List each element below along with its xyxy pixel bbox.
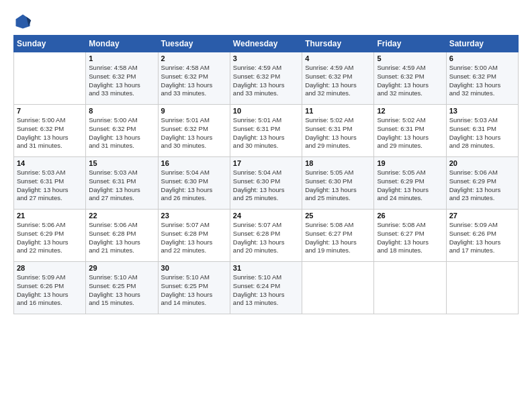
day-number: 23 bbox=[161, 212, 227, 220]
calendar-cell: 28Sunrise: 5:09 AM Sunset: 6:26 PM Dayli… bbox=[14, 262, 86, 314]
day-number: 28 bbox=[17, 264, 83, 272]
calendar-cell: 29Sunrise: 5:10 AM Sunset: 6:25 PM Dayli… bbox=[86, 262, 158, 314]
day-info: Sunrise: 5:02 AM Sunset: 6:31 PM Dayligh… bbox=[377, 116, 443, 150]
day-number: 4 bbox=[305, 54, 371, 62]
day-number: 9 bbox=[161, 107, 227, 115]
calendar-cell bbox=[374, 262, 446, 314]
calendar-cell: 21Sunrise: 5:06 AM Sunset: 6:29 PM Dayli… bbox=[14, 210, 86, 262]
calendar-cell: 16Sunrise: 5:04 AM Sunset: 6:30 PM Dayli… bbox=[158, 157, 230, 210]
day-info: Sunrise: 5:08 AM Sunset: 6:27 PM Dayligh… bbox=[377, 221, 443, 255]
calendar-cell: 7Sunrise: 5:00 AM Sunset: 6:32 PM Daylig… bbox=[14, 105, 86, 157]
day-info: Sunrise: 5:04 AM Sunset: 6:30 PM Dayligh… bbox=[161, 169, 227, 203]
day-number: 21 bbox=[17, 212, 83, 220]
day-number: 31 bbox=[233, 264, 299, 272]
page: SundayMondayTuesdayWednesdayThursdayFrid… bbox=[0, 0, 532, 411]
calendar-week-row: 7Sunrise: 5:00 AM Sunset: 6:32 PM Daylig… bbox=[14, 105, 519, 157]
header bbox=[13, 12, 519, 31]
day-info: Sunrise: 4:59 AM Sunset: 6:32 PM Dayligh… bbox=[305, 64, 371, 98]
calendar-cell: 19Sunrise: 5:05 AM Sunset: 6:29 PM Dayli… bbox=[374, 157, 446, 210]
calendar-cell: 2Sunrise: 4:58 AM Sunset: 6:32 PM Daylig… bbox=[158, 52, 230, 105]
calendar-day-header: Sunday bbox=[14, 36, 86, 52]
calendar-cell: 15Sunrise: 5:03 AM Sunset: 6:31 PM Dayli… bbox=[86, 157, 158, 210]
calendar-cell: 10Sunrise: 5:01 AM Sunset: 6:31 PM Dayli… bbox=[230, 105, 302, 157]
calendar-day-header: Friday bbox=[374, 36, 446, 52]
calendar-cell: 18Sunrise: 5:05 AM Sunset: 6:30 PM Dayli… bbox=[302, 157, 374, 210]
day-number: 25 bbox=[305, 212, 371, 220]
day-info: Sunrise: 5:08 AM Sunset: 6:27 PM Dayligh… bbox=[305, 221, 371, 255]
day-number: 24 bbox=[233, 212, 299, 220]
calendar-week-row: 28Sunrise: 5:09 AM Sunset: 6:26 PM Dayli… bbox=[14, 262, 519, 314]
calendar-cell: 11Sunrise: 5:02 AM Sunset: 6:31 PM Dayli… bbox=[302, 105, 374, 157]
day-info: Sunrise: 5:09 AM Sunset: 6:26 PM Dayligh… bbox=[17, 273, 83, 308]
calendar-week-row: 14Sunrise: 5:03 AM Sunset: 6:31 PM Dayli… bbox=[14, 157, 519, 210]
calendar-day-header: Thursday bbox=[302, 36, 374, 52]
calendar-cell: 14Sunrise: 5:03 AM Sunset: 6:31 PM Dayli… bbox=[14, 157, 86, 210]
day-info: Sunrise: 5:00 AM Sunset: 6:32 PM Dayligh… bbox=[89, 116, 154, 150]
calendar-day-header: Tuesday bbox=[158, 36, 230, 52]
day-info: Sunrise: 5:03 AM Sunset: 6:31 PM Dayligh… bbox=[89, 169, 154, 203]
logo-icon bbox=[13, 12, 32, 31]
day-number: 26 bbox=[377, 212, 443, 220]
calendar-cell bbox=[446, 262, 518, 314]
calendar-day-header: Monday bbox=[86, 36, 158, 52]
day-number: 10 bbox=[233, 107, 299, 115]
day-info: Sunrise: 4:58 AM Sunset: 6:32 PM Dayligh… bbox=[161, 64, 227, 98]
day-info: Sunrise: 5:10 AM Sunset: 6:25 PM Dayligh… bbox=[161, 273, 227, 308]
day-number: 3 bbox=[233, 54, 299, 62]
day-info: Sunrise: 5:06 AM Sunset: 6:28 PM Dayligh… bbox=[89, 221, 154, 255]
calendar-cell: 9Sunrise: 5:01 AM Sunset: 6:32 PM Daylig… bbox=[158, 105, 230, 157]
day-info: Sunrise: 5:00 AM Sunset: 6:32 PM Dayligh… bbox=[17, 116, 83, 150]
day-info: Sunrise: 5:09 AM Sunset: 6:26 PM Dayligh… bbox=[449, 221, 515, 255]
day-number: 27 bbox=[449, 212, 515, 220]
day-number: 20 bbox=[449, 159, 515, 167]
calendar-cell: 20Sunrise: 5:06 AM Sunset: 6:29 PM Dayli… bbox=[446, 157, 518, 210]
calendar-cell: 24Sunrise: 5:07 AM Sunset: 6:28 PM Dayli… bbox=[230, 210, 302, 262]
day-info: Sunrise: 5:04 AM Sunset: 6:30 PM Dayligh… bbox=[233, 169, 299, 203]
day-number: 11 bbox=[305, 107, 371, 115]
calendar-cell: 22Sunrise: 5:06 AM Sunset: 6:28 PM Dayli… bbox=[86, 210, 158, 262]
calendar-cell: 26Sunrise: 5:08 AM Sunset: 6:27 PM Dayli… bbox=[374, 210, 446, 262]
day-info: Sunrise: 5:03 AM Sunset: 6:31 PM Dayligh… bbox=[17, 169, 83, 203]
day-number: 12 bbox=[377, 107, 443, 115]
day-info: Sunrise: 5:10 AM Sunset: 6:24 PM Dayligh… bbox=[233, 273, 299, 308]
day-info: Sunrise: 5:00 AM Sunset: 6:32 PM Dayligh… bbox=[449, 64, 515, 98]
calendar-cell bbox=[14, 52, 86, 105]
calendar-cell: 30Sunrise: 5:10 AM Sunset: 6:25 PM Dayli… bbox=[158, 262, 230, 314]
day-info: Sunrise: 5:06 AM Sunset: 6:29 PM Dayligh… bbox=[17, 221, 83, 255]
day-info: Sunrise: 5:05 AM Sunset: 6:30 PM Dayligh… bbox=[305, 169, 371, 203]
calendar-cell: 6Sunrise: 5:00 AM Sunset: 6:32 PM Daylig… bbox=[446, 52, 518, 105]
day-number: 7 bbox=[17, 107, 83, 115]
day-info: Sunrise: 5:03 AM Sunset: 6:31 PM Dayligh… bbox=[449, 116, 515, 150]
day-info: Sunrise: 4:59 AM Sunset: 6:32 PM Dayligh… bbox=[233, 64, 299, 98]
calendar-cell: 1Sunrise: 4:58 AM Sunset: 6:32 PM Daylig… bbox=[86, 52, 158, 105]
calendar-cell: 8Sunrise: 5:00 AM Sunset: 6:32 PM Daylig… bbox=[86, 105, 158, 157]
calendar: SundayMondayTuesdayWednesdayThursdayFrid… bbox=[13, 35, 519, 314]
day-info: Sunrise: 5:05 AM Sunset: 6:29 PM Dayligh… bbox=[377, 169, 443, 203]
day-info: Sunrise: 5:06 AM Sunset: 6:29 PM Dayligh… bbox=[449, 169, 515, 203]
day-info: Sunrise: 4:59 AM Sunset: 6:32 PM Dayligh… bbox=[377, 64, 443, 98]
day-number: 1 bbox=[89, 54, 154, 62]
day-number: 22 bbox=[89, 212, 154, 220]
day-number: 14 bbox=[17, 159, 83, 167]
day-number: 16 bbox=[161, 159, 227, 167]
calendar-cell: 17Sunrise: 5:04 AM Sunset: 6:30 PM Dayli… bbox=[230, 157, 302, 210]
calendar-week-row: 21Sunrise: 5:06 AM Sunset: 6:29 PM Dayli… bbox=[14, 210, 519, 262]
calendar-cell: 25Sunrise: 5:08 AM Sunset: 6:27 PM Dayli… bbox=[302, 210, 374, 262]
day-number: 8 bbox=[89, 107, 154, 115]
day-number: 19 bbox=[377, 159, 443, 167]
day-number: 17 bbox=[233, 159, 299, 167]
calendar-header-row: SundayMondayTuesdayWednesdayThursdayFrid… bbox=[14, 36, 519, 52]
calendar-cell: 13Sunrise: 5:03 AM Sunset: 6:31 PM Dayli… bbox=[446, 105, 518, 157]
calendar-cell: 31Sunrise: 5:10 AM Sunset: 6:24 PM Dayli… bbox=[230, 262, 302, 314]
day-info: Sunrise: 5:07 AM Sunset: 6:28 PM Dayligh… bbox=[233, 221, 299, 255]
calendar-cell: 4Sunrise: 4:59 AM Sunset: 6:32 PM Daylig… bbox=[302, 52, 374, 105]
day-number: 18 bbox=[305, 159, 371, 167]
day-number: 29 bbox=[89, 264, 154, 272]
day-number: 2 bbox=[161, 54, 227, 62]
day-number: 5 bbox=[377, 54, 443, 62]
calendar-cell: 27Sunrise: 5:09 AM Sunset: 6:26 PM Dayli… bbox=[446, 210, 518, 262]
logo bbox=[13, 12, 35, 31]
calendar-cell: 5Sunrise: 4:59 AM Sunset: 6:32 PM Daylig… bbox=[374, 52, 446, 105]
day-number: 30 bbox=[161, 264, 227, 272]
calendar-day-header: Wednesday bbox=[230, 36, 302, 52]
